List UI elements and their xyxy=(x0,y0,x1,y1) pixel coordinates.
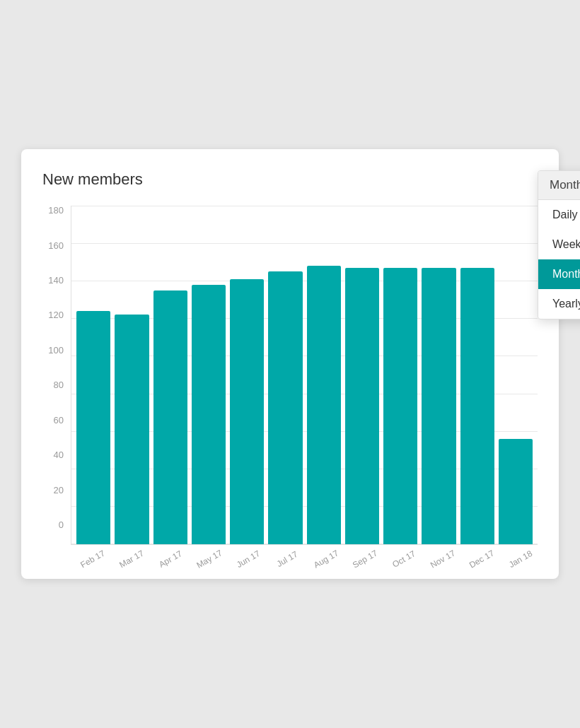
x-axis-label: Jun 17 xyxy=(229,545,268,573)
bar[interactable] xyxy=(383,268,417,544)
bar[interactable] xyxy=(268,271,302,544)
bar[interactable] xyxy=(422,268,456,544)
dropdown-item-monthly[interactable]: Monthly xyxy=(538,259,580,289)
chart-content: Feb 17Mar 17Apr 17May 17Jun 17Jul 17Aug … xyxy=(71,206,538,565)
y-axis-label: 100 xyxy=(42,346,64,355)
bar[interactable] xyxy=(192,285,226,544)
bar-group xyxy=(74,206,112,544)
bar-group xyxy=(381,206,419,544)
chart-title: New members xyxy=(42,170,143,189)
bar-group xyxy=(112,206,151,544)
bar[interactable] xyxy=(499,439,533,544)
y-axis-label: 140 xyxy=(42,276,64,285)
y-axis-label: 60 xyxy=(42,416,64,425)
y-axis-label: 40 xyxy=(42,450,64,459)
y-axis-label: 120 xyxy=(42,310,64,319)
bar-group xyxy=(458,206,497,544)
dropdown-menu: Monthly ▲ Daily Weekly Monthly Yearly xyxy=(538,170,580,319)
x-axis-label: Aug 17 xyxy=(307,545,346,573)
bar-group xyxy=(190,206,228,544)
x-axis-label: Oct 17 xyxy=(385,545,424,573)
x-axis-label: Nov 17 xyxy=(424,545,463,573)
bar-group xyxy=(266,206,304,544)
x-axis-label: Mar 17 xyxy=(112,545,151,573)
chart-area: 020406080100120140160180 Feb 17Mar 17Apr… xyxy=(42,206,538,565)
x-axis-label: Jan 18 xyxy=(501,545,540,573)
main-card: New members Monthly ▲ Daily Weekly Month… xyxy=(21,149,559,579)
bars-inner xyxy=(71,206,538,544)
x-axis-label: Apr 17 xyxy=(151,545,190,573)
y-axis-label: 0 xyxy=(42,520,64,529)
dropdown-item-weekly[interactable]: Weekly xyxy=(538,230,580,259)
bar-group xyxy=(343,206,381,544)
y-axis-label: 20 xyxy=(42,486,64,495)
dropdown-selected-label: Monthly xyxy=(550,178,580,192)
x-axis-label: Feb 17 xyxy=(74,545,112,573)
x-axis-label: Jul 17 xyxy=(268,545,307,573)
bar[interactable] xyxy=(115,315,149,544)
bars-container xyxy=(71,206,538,545)
bar-group xyxy=(419,206,458,544)
dropdown-header[interactable]: Monthly ▲ xyxy=(538,171,580,200)
y-axis-label: 160 xyxy=(42,241,64,250)
x-axis-label: Sep 17 xyxy=(346,545,385,573)
bar[interactable] xyxy=(153,290,187,544)
dropdown-item-daily[interactable]: Daily xyxy=(538,200,580,230)
bar[interactable] xyxy=(345,268,379,544)
y-axis: 020406080100120140160180 xyxy=(42,206,71,565)
bar[interactable] xyxy=(307,266,341,544)
bar-group xyxy=(497,206,535,544)
card-header: New members Monthly ▲ Daily Weekly Month… xyxy=(42,170,538,189)
x-axis-label: May 17 xyxy=(190,545,229,573)
bar-group xyxy=(305,206,343,544)
bar[interactable] xyxy=(230,279,264,544)
bar-group xyxy=(151,206,190,544)
y-axis-label: 180 xyxy=(42,206,64,215)
dropdown-item-yearly[interactable]: Yearly xyxy=(538,289,580,319)
y-axis-label: 80 xyxy=(42,380,64,389)
bar[interactable] xyxy=(76,311,110,544)
x-axis-label: Dec 17 xyxy=(463,545,501,573)
bar[interactable] xyxy=(460,268,494,544)
bar-group xyxy=(228,206,266,544)
x-labels: Feb 17Mar 17Apr 17May 17Jun 17Jul 17Aug … xyxy=(71,545,538,565)
